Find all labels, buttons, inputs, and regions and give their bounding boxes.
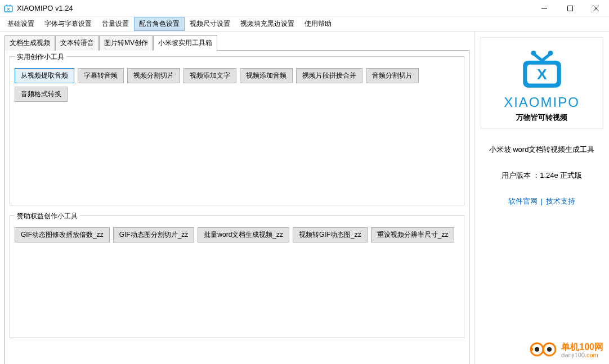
group-title: 实用创作小工具	[15, 52, 66, 62]
menu-item[interactable]: 音量设置	[97, 17, 134, 31]
svg-point-12	[535, 347, 539, 352]
tool-button[interactable]: 视频添加文字	[183, 68, 236, 83]
tool-button[interactable]: 音频分割切片	[366, 68, 419, 83]
maximize-button[interactable]	[557, 0, 583, 17]
tab[interactable]: 小米坡实用工具箱	[153, 35, 217, 51]
tool-button-row-2: GIF动态图修改播放倍数_zzGIF动态图分割切片_zz批量word文档生成视频…	[15, 227, 459, 242]
watermark-text: 单机100网 danji100.com	[561, 342, 603, 359]
tab[interactable]: 文本转语音	[55, 35, 99, 51]
tool-button[interactable]: 批量word文档生成视频_zz	[198, 227, 289, 242]
tab-panel-toolbox: 实用创作小工具 从视频提取音频字幕转音频视频分割切片视频添加文字视频添加音频视频…	[5, 50, 469, 364]
watermark-title: 单机100网	[561, 342, 603, 352]
minimize-button[interactable]	[531, 0, 557, 17]
sidebar-version: 用户版本 ：1.24e 正式版	[501, 170, 583, 181]
watermark-logo-icon	[530, 341, 558, 359]
svg-text:X: X	[537, 66, 547, 83]
tool-button[interactable]: GIF动态图修改播放倍数_zz	[15, 227, 110, 242]
svg-rect-3	[568, 6, 573, 11]
svg-point-7	[548, 51, 553, 56]
sidebar-description: 小米坡 word文档转视频生成工具	[489, 145, 595, 155]
menu-item[interactable]: 视频尺寸设置	[185, 17, 235, 31]
main-panel: 文档生成视频文本转语音图片转MV创作小米坡实用工具箱 实用创作小工具 从视频提取…	[0, 32, 474, 364]
tool-button[interactable]: 视频添加音频	[240, 68, 293, 83]
tool-button[interactable]: 音频格式转换	[15, 87, 68, 102]
group-title: 赞助权益创作小工具	[15, 212, 80, 221]
menubar: 基础设置字体与字幕设置音量设置配音角色设置视频尺寸设置视频填充黑边设置使用帮助	[0, 17, 609, 32]
menu-item[interactable]: 视频填充黑边设置	[235, 17, 299, 31]
sidebar: X XIAOMIPO 万物皆可转视频 小米坡 word文档转视频生成工具 用户版…	[474, 32, 609, 364]
menu-item[interactable]: 使用帮助	[299, 17, 337, 31]
link-official-site[interactable]: 软件官网	[508, 197, 538, 205]
groupbox-sponsor-tools: 赞助权益创作小工具 GIF动态图修改播放倍数_zzGIF动态图分割切片_zz批量…	[10, 215, 464, 338]
tab-strip: 文档生成视频文本转语音图片转MV创作小米坡实用工具箱	[5, 35, 474, 50]
svg-point-6	[531, 51, 536, 56]
menu-item[interactable]: 字体与字幕设置	[39, 17, 97, 31]
window-title: XIAOMIPO v1.24	[17, 4, 531, 12]
tool-button[interactable]: 视频片段拼接合并	[296, 68, 362, 83]
close-button[interactable]	[583, 0, 609, 17]
logo-box: X XIAOMIPO 万物皆可转视频	[481, 37, 603, 129]
tool-button[interactable]: 字幕转音频	[78, 68, 124, 83]
tool-button[interactable]: GIF动态图分割切片_zz	[113, 227, 195, 242]
tool-button-row-1: 从视频提取音频字幕转音频视频分割切片视频添加文字视频添加音频视频片段拼接合并音频…	[15, 68, 459, 102]
content-area: 文档生成视频文本转语音图片转MV创作小米坡实用工具箱 实用创作小工具 从视频提取…	[0, 32, 609, 364]
menu-item[interactable]: 配音角色设置	[134, 17, 185, 31]
svg-text:X: X	[7, 6, 10, 11]
svg-rect-13	[530, 348, 533, 350]
groupbox-practical-tools: 实用创作小工具 从视频提取音频字幕转音频视频分割切片视频添加文字视频添加音频视频…	[10, 56, 464, 205]
watermark: 单机100网 danji100.com	[530, 341, 603, 359]
svg-point-15	[547, 347, 552, 352]
tool-button[interactable]: 视频转GIF动态图_zz	[293, 227, 368, 242]
tool-button[interactable]: 重设视频分辨率尺寸_zz	[371, 227, 455, 242]
menu-item[interactable]: 基础设置	[2, 17, 39, 31]
logo-text: XIAOMIPO	[481, 95, 603, 110]
tab[interactable]: 文档生成视频	[5, 35, 55, 51]
logo-tv-icon: X	[481, 46, 603, 92]
tab[interactable]: 图片转MV创作	[99, 35, 153, 51]
link-tech-support[interactable]: 技术支持	[546, 197, 575, 205]
tool-button[interactable]: 视频分割切片	[127, 68, 180, 83]
titlebar: X XIAOMIPO v1.24	[0, 0, 609, 17]
logo-subtitle: 万物皆可转视频	[481, 113, 603, 123]
link-separator: |	[539, 197, 545, 205]
tool-button[interactable]: 从视频提取音频	[15, 68, 74, 83]
watermark-domain: danji100.com	[561, 352, 603, 358]
app-icon: X	[3, 3, 14, 14]
window-controls	[531, 0, 609, 17]
sidebar-links: 软件官网 | 技术支持	[508, 196, 575, 206]
